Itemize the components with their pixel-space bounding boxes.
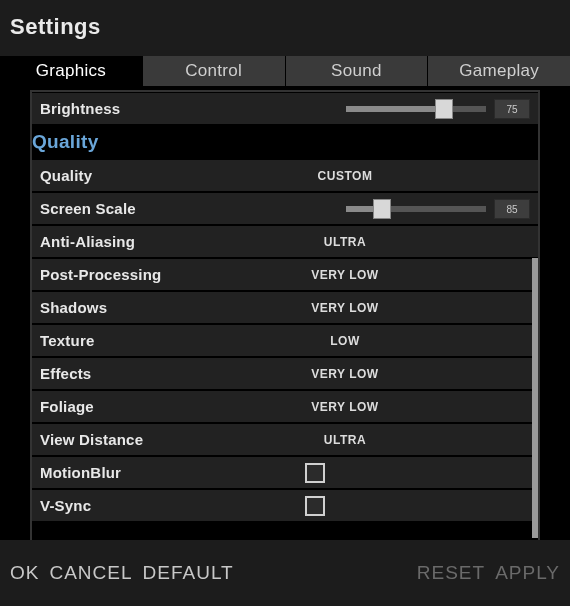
- label-foliage: Foliage: [40, 398, 94, 415]
- default-button[interactable]: DEFAULT: [143, 562, 234, 584]
- settings-panel: Brightness 75 Quality Quality CUSTOM Scr…: [0, 86, 570, 540]
- value-foliage: VERY LOW: [245, 400, 445, 414]
- label-motion-blur: MotionBlur: [40, 464, 121, 481]
- label-effects: Effects: [40, 365, 91, 382]
- tab-graphics[interactable]: Graphics: [0, 56, 143, 86]
- row-texture[interactable]: Texture LOW: [32, 324, 538, 357]
- header: Settings: [0, 0, 570, 56]
- value-texture: LOW: [245, 334, 445, 348]
- tab-sound[interactable]: Sound: [286, 56, 429, 86]
- label-brightness: Brightness: [40, 100, 120, 117]
- section-quality-label: Quality: [32, 131, 99, 152]
- label-texture: Texture: [40, 332, 94, 349]
- row-foliage[interactable]: Foliage VERY LOW: [32, 390, 538, 423]
- row-effects[interactable]: Effects VERY LOW: [32, 357, 538, 390]
- cancel-button[interactable]: CANCEL: [49, 562, 132, 584]
- scrollbar[interactable]: [532, 258, 538, 538]
- row-v-sync: V-Sync: [32, 489, 538, 522]
- tab-control[interactable]: Control: [143, 56, 286, 86]
- label-v-sync: V-Sync: [40, 497, 91, 514]
- value-quality: CUSTOM: [245, 169, 445, 183]
- slider-thumb[interactable]: [435, 99, 453, 119]
- label-anti-aliasing: Anti-Aliasing: [40, 233, 135, 250]
- label-post-processing: Post-Processing: [40, 266, 161, 283]
- slider-brightness[interactable]: 75: [346, 99, 530, 119]
- row-brightness: Brightness 75: [32, 92, 538, 125]
- slider-thumb[interactable]: [373, 199, 391, 219]
- slider-track[interactable]: [346, 206, 486, 212]
- row-screen-scale: Screen Scale 85: [32, 192, 538, 225]
- label-shadows: Shadows: [40, 299, 107, 316]
- row-anti-aliasing[interactable]: Anti-Aliasing ULTRA: [32, 225, 538, 258]
- checkbox-motion-blur[interactable]: [305, 463, 325, 483]
- reset-button[interactable]: RESET: [417, 562, 485, 584]
- page-title: Settings: [10, 14, 560, 40]
- label-quality: Quality: [40, 167, 92, 184]
- tab-gameplay[interactable]: Gameplay: [428, 56, 570, 86]
- label-view-distance: View Distance: [40, 431, 143, 448]
- ok-button[interactable]: OK: [10, 562, 39, 584]
- row-quality[interactable]: Quality CUSTOM: [32, 159, 538, 192]
- settings-scroll: Brightness 75 Quality Quality CUSTOM Scr…: [30, 90, 540, 540]
- checkbox-v-sync[interactable]: [305, 496, 325, 516]
- value-anti-aliasing: ULTRA: [245, 235, 445, 249]
- tab-bar: Graphics Control Sound Gameplay: [0, 56, 570, 86]
- row-shadows[interactable]: Shadows VERY LOW: [32, 291, 538, 324]
- apply-button[interactable]: APPLY: [495, 562, 560, 584]
- slider-readout-screen-scale: 85: [494, 199, 530, 219]
- value-shadows: VERY LOW: [245, 301, 445, 315]
- value-post-processing: VERY LOW: [245, 268, 445, 282]
- value-effects: VERY LOW: [245, 367, 445, 381]
- row-post-processing[interactable]: Post-Processing VERY LOW: [32, 258, 538, 291]
- row-motion-blur: MotionBlur: [32, 456, 538, 489]
- section-quality: Quality: [32, 125, 538, 159]
- slider-screen-scale[interactable]: 85: [346, 199, 530, 219]
- slider-track[interactable]: [346, 106, 486, 112]
- label-screen-scale: Screen Scale: [40, 200, 136, 217]
- value-view-distance: ULTRA: [245, 433, 445, 447]
- footer: OK CANCEL DEFAULT RESET APPLY: [0, 540, 570, 606]
- row-view-distance[interactable]: View Distance ULTRA: [32, 423, 538, 456]
- slider-readout-brightness: 75: [494, 99, 530, 119]
